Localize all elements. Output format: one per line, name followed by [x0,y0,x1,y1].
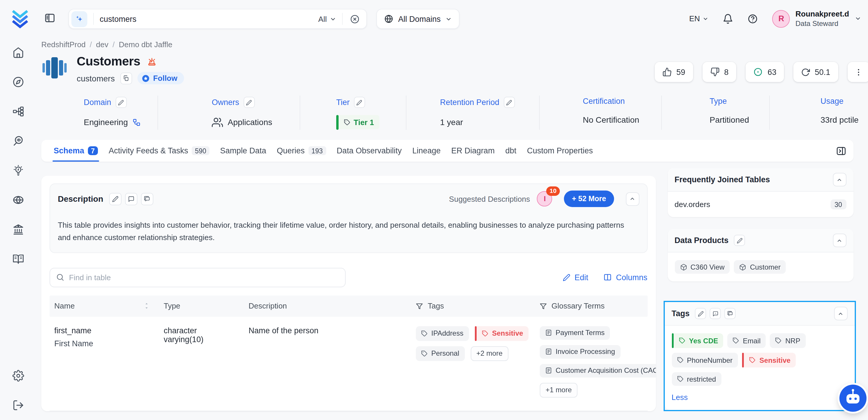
tag-chip[interactable]: restricted [672,372,721,386]
tab-er-diagram[interactable]: ER Diagram [446,140,500,162]
certification-value: No Certification [583,115,639,124]
data-product-chip[interactable]: Customer [734,260,786,274]
tab-queries[interactable]: Queries193 [271,140,331,162]
domain-value[interactable]: Engineering [84,117,128,127]
ai-sparkles-icon[interactable] [71,11,87,27]
home-icon[interactable] [0,38,37,67]
upvote-button[interactable]: 59 [654,62,693,82]
copy-description-icon[interactable] [141,192,153,205]
governance-bank-icon[interactable] [0,215,37,244]
observability-search-icon[interactable] [0,126,37,156]
filter-funnel-icon[interactable] [540,302,547,309]
meta-retention: Retention Period 1 year [406,96,539,130]
tier-badge[interactable]: Tier 1 [336,115,379,129]
tab-data-observability[interactable]: Data Observability [331,140,407,162]
tag-chip[interactable]: Yes CDE [672,333,723,348]
asset-qualified-name: customers [77,73,115,83]
glossary-term-chip[interactable]: Invoice Processing [540,345,620,358]
user-menu[interactable]: R Rounakpreet.d Data Steward [772,9,861,28]
more-tags-chip[interactable]: +2 more [470,346,508,361]
collapse-description-icon[interactable] [626,192,639,206]
breadcrumb-database[interactable]: Demo dbt Jaffle [119,40,173,49]
breadcrumb-connection[interactable]: RedshiftProd [41,40,86,49]
edit-owners-icon[interactable] [243,97,254,108]
lineage-tree-icon[interactable] [0,97,37,126]
package-icon [739,263,746,270]
more-actions-kebab-icon[interactable] [847,62,868,82]
all-domains-button[interactable]: All Domains [376,9,460,29]
columns-button[interactable]: Columns [603,273,647,282]
chatbot-button[interactable] [839,385,866,412]
data-product-chip[interactable]: C360 View [675,260,730,274]
cell-type: character varying(10) [159,326,244,343]
notifications-bell-icon[interactable] [723,13,734,24]
meta-type: Type Partitioned [661,96,769,130]
clear-search-icon[interactable] [350,14,360,24]
search-input[interactable] [100,14,318,23]
glossary-term-chip[interactable]: Customer Acquisition Cost (CAC) [540,364,656,377]
tab-lineage[interactable]: Lineage [407,140,446,162]
copy-icon[interactable] [120,72,132,84]
tab-custom-properties[interactable]: Custom Properties [522,140,598,162]
tags-less-link[interactable]: Less [672,393,688,402]
follow-star-icon [141,74,150,82]
logout-icon[interactable] [0,390,37,420]
alert-siren-icon[interactable] [147,56,157,66]
column-name[interactable]: first_name [54,326,153,335]
glossary-book-icon[interactable] [0,244,37,274]
edit-button[interactable]: Edit [563,273,588,282]
tag-chip[interactable]: IPAddress [416,326,469,341]
find-in-table-input[interactable] [50,268,346,287]
cell-tags: IPAddress Sensitive [411,326,535,361]
filter-funnel-icon[interactable] [416,302,423,309]
suggestion-avatar[interactable]: I 10 [537,191,552,206]
web-globe-icon[interactable] [0,185,37,215]
sidebar-toggle-icon[interactable] [44,12,56,26]
tag-chip[interactable]: NRP [770,333,806,348]
edit-tier-icon[interactable] [354,97,365,108]
tag-chip[interactable]: Personal [416,346,465,361]
collapse-tags-icon[interactable] [834,307,847,320]
tags-comment-icon[interactable] [710,308,721,319]
domain-link-icon [132,118,140,126]
help-icon[interactable] [748,13,758,24]
tab-dbt[interactable]: dbt [500,140,522,162]
tab-sample-data[interactable]: Sample Data [215,140,271,162]
tag-chip[interactable]: Sensitive [742,353,796,367]
discover-compass-icon[interactable] [0,67,37,97]
tag-chip[interactable]: Email [727,333,766,348]
comment-icon[interactable] [125,192,137,205]
popularity-button[interactable]: 63 [746,62,784,82]
sort-icon[interactable] [144,303,150,309]
tags-comments-stack-icon[interactable] [724,308,736,319]
collapse-data-products-icon[interactable] [833,234,846,247]
downvote-button[interactable]: 8 [702,62,736,82]
tag-icon [679,337,685,344]
follow-button[interactable]: Follow [137,72,184,84]
search-scope-dropdown[interactable]: All [318,14,336,23]
tag-chip[interactable]: Sensitive [474,326,528,341]
edit-tags-icon[interactable] [695,308,706,319]
freshness-button[interactable]: 50.1 [794,62,838,82]
tab-schema[interactable]: Schema7 [49,140,103,162]
tab-activity-feeds[interactable]: Activity Feeds & Tasks590 [103,140,215,162]
settings-gear-icon[interactable] [0,361,37,390]
expand-panel-icon[interactable] [836,145,846,156]
edit-data-products-icon[interactable] [734,235,745,246]
edit-domain-icon[interactable] [115,97,127,108]
more-terms-chip[interactable]: +1 more [540,383,578,397]
more-suggestions-button[interactable]: + 52 More [564,190,614,207]
joined-table-row[interactable]: dev.orders 30 [675,200,846,209]
user-avatar[interactable]: R [772,10,790,28]
global-search-bar[interactable]: All [68,9,367,29]
language-selector[interactable]: EN [689,14,709,23]
owners-value[interactable]: Applications [228,117,272,127]
atlan-logo-icon[interactable] [10,9,30,29]
edit-description-icon[interactable] [109,192,122,205]
tag-chip[interactable]: PhoneNumber [672,353,738,367]
edit-retention-icon[interactable] [503,97,515,108]
breadcrumb-schema[interactable]: dev [96,40,108,49]
glossary-term-chip[interactable]: Payment Terms [540,326,610,339]
collapse-joined-tables-icon[interactable] [833,173,846,186]
insights-bulb-icon[interactable] [0,156,37,185]
